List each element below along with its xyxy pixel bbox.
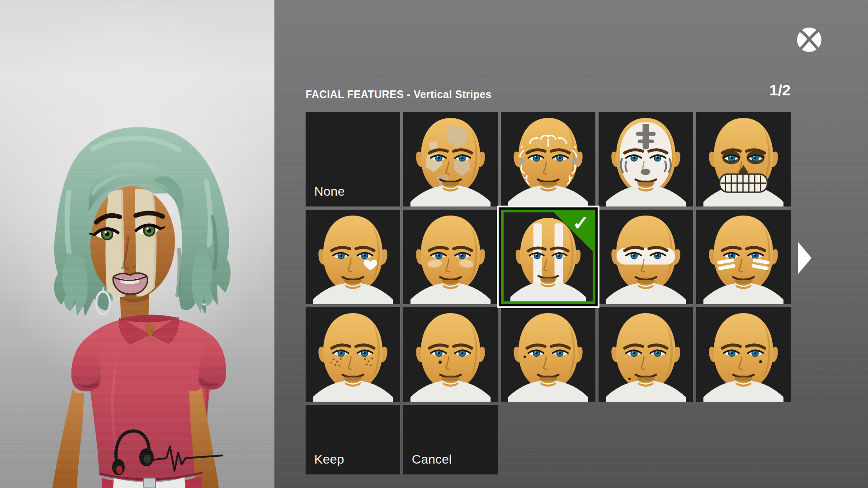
face-paint-thumbnail [501,112,595,206]
face-paint-mole-chin[interactable] [599,307,693,402]
face-paint-double-cheek-stripes[interactable] [696,210,791,304]
face-paint-none[interactable]: None [306,112,400,206]
face-paint-tribal-swirls[interactable] [501,112,595,206]
face-paint-thumbnail [696,112,791,206]
face-paint-vertical-stripes[interactable]: ✓ [501,210,595,304]
page-title: FACIAL FEATURES - Vertical Stripes [306,89,492,101]
face-paint-thumbnail [403,210,498,304]
face-paint-heart-cheek[interactable] [306,210,400,304]
keep-button[interactable]: Keep [306,405,400,474]
avatar-preview [0,0,274,488]
face-paint-camo-smudges[interactable] [403,112,498,206]
face-paint-mole-left-cheek[interactable] [403,307,498,402]
face-paint-mole-right-cheek[interactable] [696,307,791,402]
face-paint-cheek-shine[interactable] [403,210,498,304]
face-paint-freckles[interactable] [306,307,400,402]
cancel-button[interactable]: Cancel [403,405,498,474]
face-paint-thumbnail [599,307,693,402]
face-paint-white-tiger-mask[interactable] [599,112,693,206]
avatar-preview-stage [0,0,274,488]
keep-label: Keep [314,452,344,467]
face-paint-mole-left-temple[interactable] [501,307,595,402]
tile-label: None [314,184,345,199]
face-paint-thumbnail [306,307,400,402]
check-icon: ✓ [572,213,589,233]
face-paint-thumbnail [306,210,400,304]
face-paint-thumbnail [599,112,693,206]
page-indicator: 1/2 [727,81,791,99]
face-paint-skull-grin[interactable] [696,112,791,206]
cancel-label: Cancel [412,452,452,467]
avatar-face [90,186,175,299]
face-paint-eye-band[interactable] [599,210,693,304]
xbox-logo-icon [797,27,822,52]
face-paint-grid: None✓KeepCancel [306,112,791,474]
face-paint-thumbnail [403,307,498,402]
next-page-arrow[interactable] [797,240,812,276]
face-paint-thumbnail [501,307,595,402]
face-paint-thumbnail [696,210,791,304]
xbox-avatar-editor-screen: FACIAL FEATURES - Vertical Stripes 1/2 N… [0,0,868,488]
face-paint-thumbnail [599,210,693,304]
face-paint-thumbnail [696,307,791,402]
face-paint-thumbnail [403,112,498,206]
